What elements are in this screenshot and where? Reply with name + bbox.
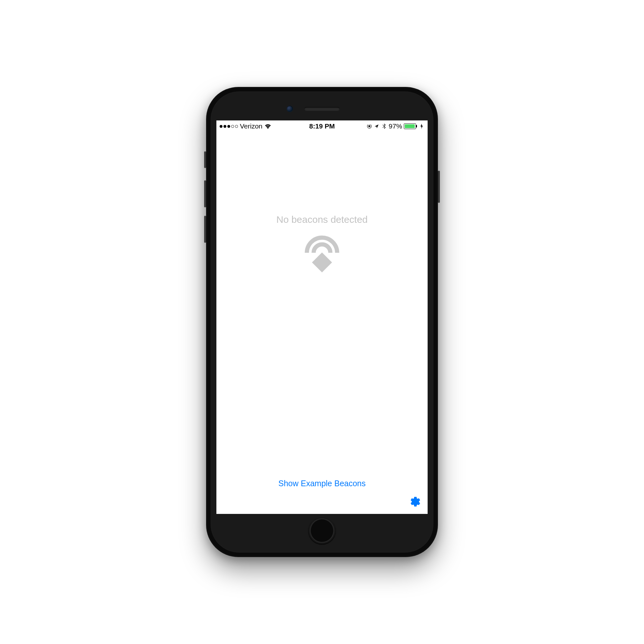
location-icon [374,123,380,129]
empty-state: No beacons detected [276,214,368,286]
battery-icon [404,123,417,129]
wifi-icon [264,124,271,129]
speaker-grille [304,107,340,111]
phone-bezel: Verizon 8:19 PM [211,91,433,553]
carrier-label: Verizon [240,122,262,130]
gear-icon [410,496,421,507]
charging-icon [419,123,424,129]
signal-strength-icon [220,125,238,128]
phone-device-frame: Verizon 8:19 PM [206,87,438,557]
svg-rect-1 [312,252,332,272]
empty-state-text: No beacons detected [276,214,368,225]
status-bar-right: 97% [366,122,424,130]
home-button[interactable] [308,516,336,545]
main-content: No beacons detected Show Example Beacons [216,132,428,514]
screen: Verizon 8:19 PM [216,120,428,514]
volume-down-button [204,216,206,243]
status-bar: Verizon 8:19 PM [216,120,428,132]
beacon-icon [298,231,346,286]
orientation-lock-icon [366,123,372,129]
volume-up-button [204,180,206,207]
battery-percentage: 97% [389,122,402,130]
mute-switch [204,151,206,168]
power-button [438,171,440,203]
front-camera [287,106,293,112]
bluetooth-icon [381,123,387,129]
show-example-beacons-link[interactable]: Show Example Beacons [279,479,366,488]
settings-button[interactable] [408,495,422,509]
status-bar-time: 8:19 PM [309,122,335,130]
status-bar-left: Verizon [220,122,271,130]
